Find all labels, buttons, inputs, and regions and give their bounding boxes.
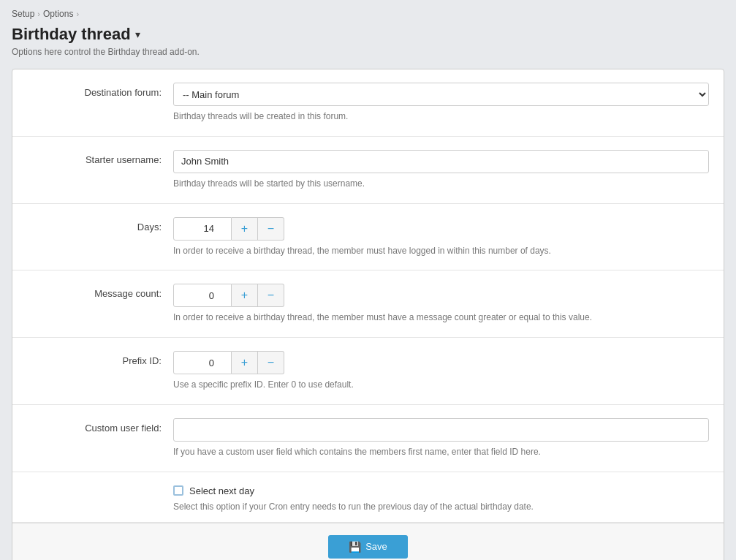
prefix-id-label: Prefix ID: bbox=[27, 351, 173, 366]
message-count-decrement-button[interactable]: − bbox=[258, 284, 284, 307]
destination-forum-label: Destination forum: bbox=[27, 83, 173, 98]
prefix-id-content: + − Use a specific prefix ID. Enter 0 to… bbox=[173, 351, 709, 391]
page-title: Birthday thread bbox=[12, 25, 131, 44]
prefix-id-input[interactable] bbox=[173, 351, 232, 374]
prefix-id-hint: Use a specific prefix ID. Enter 0 to use… bbox=[173, 379, 709, 391]
days-label: Days: bbox=[27, 217, 173, 232]
days-increment-button[interactable]: + bbox=[232, 217, 258, 241]
breadcrumb-setup[interactable]: Setup bbox=[12, 9, 34, 19]
page-subtitle: Options here control the Birthday thread… bbox=[12, 47, 724, 57]
custom-user-field-row: Custom user field: If you have a custom … bbox=[12, 405, 724, 472]
message-count-row: Message count: + − In order to receive a… bbox=[12, 270, 724, 338]
page-title-row: Birthday thread ▾ bbox=[12, 25, 724, 44]
custom-user-field-hint: If you have a custom user field which co… bbox=[173, 446, 709, 458]
save-button[interactable]: 💾 Save bbox=[328, 535, 408, 559]
save-row: 💾 Save bbox=[12, 523, 724, 560]
message-count-hint: In order to receive a birthday thread, t… bbox=[173, 311, 709, 324]
days-decrement-button[interactable]: − bbox=[258, 217, 284, 241]
days-hint: In order to receive a birthday thread, t… bbox=[173, 245, 709, 257]
breadcrumb-options[interactable]: Options bbox=[43, 9, 73, 19]
starter-username-row: Starter username: Birthday threads will … bbox=[12, 137, 724, 204]
days-row: Days: + − In order to receive a birthday… bbox=[12, 204, 724, 271]
starter-username-input[interactable] bbox=[173, 150, 709, 173]
custom-user-field-content: If you have a custom user field which co… bbox=[173, 418, 709, 458]
breadcrumb-sep-1: › bbox=[37, 10, 40, 18]
custom-user-field-label: Custom user field: bbox=[27, 418, 173, 434]
save-button-label: Save bbox=[365, 541, 387, 552]
title-dropdown-arrow[interactable]: ▾ bbox=[135, 29, 140, 40]
breadcrumb-sep-2: › bbox=[76, 10, 79, 18]
days-input[interactable] bbox=[173, 217, 232, 241]
save-icon: 💾 bbox=[349, 541, 361, 553]
starter-username-hint: Birthday threads will be started by this… bbox=[173, 178, 709, 190]
select-next-day-label bbox=[27, 485, 173, 487]
select-next-day-checkbox[interactable] bbox=[173, 485, 183, 496]
destination-forum-content: -- Main forum Birthday threads will be c… bbox=[173, 83, 709, 123]
message-count-input[interactable] bbox=[173, 284, 232, 307]
select-next-day-hint: Select this option if your Cron entry ne… bbox=[173, 501, 709, 513]
prefix-id-increment-button[interactable]: + bbox=[232, 351, 258, 374]
select-next-day-text: Select next day bbox=[189, 485, 254, 496]
message-count-number-control: + − bbox=[173, 284, 709, 307]
destination-forum-hint: Birthday threads will be created in this… bbox=[173, 110, 709, 123]
prefix-id-decrement-button[interactable]: − bbox=[258, 351, 284, 374]
starter-username-label: Starter username: bbox=[27, 150, 173, 165]
form-card: Destination forum: -- Main forum Birthda… bbox=[12, 69, 724, 560]
destination-forum-select[interactable]: -- Main forum bbox=[173, 83, 709, 106]
select-next-day-row: Select next day Select this option if yo… bbox=[12, 472, 724, 523]
starter-username-content: Birthday threads will be started by this… bbox=[173, 150, 709, 190]
breadcrumb: Setup › Options › bbox=[12, 9, 724, 19]
page-wrapper: Setup › Options › Birthday thread ▾ Opti… bbox=[0, 0, 736, 560]
select-next-day-content: Select next day Select this option if yo… bbox=[173, 485, 709, 513]
message-count-increment-button[interactable]: + bbox=[232, 284, 258, 307]
message-count-content: + − In order to receive a birthday threa… bbox=[173, 284, 709, 324]
prefix-id-row: Prefix ID: + − Use a specific prefix ID.… bbox=[12, 338, 724, 405]
checkbox-label-row: Select next day bbox=[173, 485, 709, 496]
custom-user-field-input[interactable] bbox=[173, 418, 709, 442]
destination-forum-row: Destination forum: -- Main forum Birthda… bbox=[12, 69, 724, 137]
message-count-label: Message count: bbox=[27, 284, 173, 299]
prefix-id-number-control: + − bbox=[173, 351, 709, 374]
days-content: + − In order to receive a birthday threa… bbox=[173, 217, 709, 257]
days-number-control: + − bbox=[173, 217, 709, 241]
